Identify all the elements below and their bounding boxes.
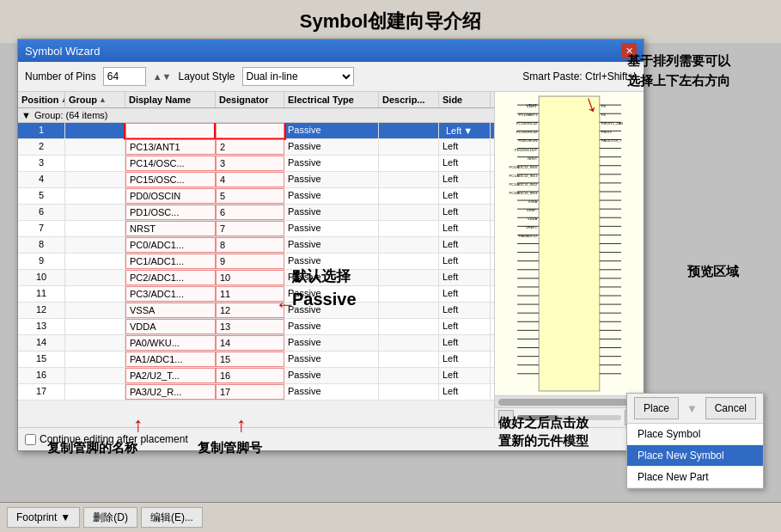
svg-text:PB5XY1_ZAB: PB5XY1_ZAB (601, 121, 624, 125)
table-row[interactable]: 16 PA2/U2_T... 16 Passive Left (18, 368, 494, 384)
smart-paste-label: Smart Paste: Ctrl+Shift+\ (522, 70, 637, 83)
sort-arrow-group[interactable]: ▲ (99, 95, 107, 104)
layout-style-label: Layout Style (178, 70, 235, 83)
layout-style-select[interactable]: Dual in-line (242, 67, 354, 86)
side-dropdown[interactable]: Left ▼ (442, 125, 486, 137)
preview-area: VBAT PC13/ANT1 PC14/OSC32 PC15/OSC32 PD0… (495, 92, 644, 427)
dropdown-arrow: ▼ (463, 125, 473, 136)
svg-text:NRST: NRST (528, 156, 537, 161)
dropdown-item-place-symbol[interactable]: Place Symbol (627, 424, 763, 445)
annotation-bottom-right: 做好之后点击放 置新的元件模型 (498, 395, 589, 449)
num-pins-label: Number of Pins (25, 70, 96, 83)
table-row[interactable]: 11 PC3/ADC1... 11 Passive Left (18, 286, 494, 303)
svg-text:PE: PE (601, 104, 607, 108)
svg-text:VBAT: VBAT (526, 103, 537, 108)
table-row[interactable]: 13 VDDA 13 Passive Left (18, 319, 494, 335)
th-position: Position ▲ (18, 92, 65, 107)
svg-text:PC14/OSC32: PC14/OSC32 (516, 121, 538, 125)
table-row[interactable]: 15 PA1/ADC1... 15 Passive Left (18, 352, 494, 368)
dialog-title: Symbol Wizard (25, 45, 100, 58)
cell-electype: Passive (284, 123, 379, 138)
symbol-wizard-dialog: Symbol Wizard ✕ Number of Pins ▲▼ Layout… (17, 39, 644, 451)
dropdown-divider: ▼ (683, 402, 701, 415)
annotation-bottom-left-col2: 复制管脚号 (198, 438, 262, 456)
table-body[interactable]: 1 VBAT 1 Passive Left ▼ 2 PC13/ANT1 2 (18, 123, 494, 427)
svg-text:VSSA: VSSA (528, 199, 537, 204)
page-background: Symbol创建向导介绍 (0, 0, 781, 43)
place-dropdown: Place ▼ Cancel Place Symbol Place New Sy… (626, 393, 764, 489)
table-row[interactable]: 1 VBAT 1 Passive Left ▼ (18, 123, 494, 139)
group-expand-icon[interactable]: ▼ (21, 110, 31, 120)
svg-text:PB5T1: PB5T1 (601, 130, 613, 134)
arrow-col1-up: ↑ (133, 413, 143, 437)
cell-side[interactable]: Left ▼ (439, 123, 491, 138)
bottom-toolbar: Footprint ▼ 删除(D) 编辑(E)... (0, 502, 781, 532)
cancel-button[interactable]: Cancel (705, 397, 756, 419)
svg-text:PC0/ADC12_IN10: PC0/ADC12_IN10 (509, 165, 538, 169)
svg-text:PD0/OSCIN: PD0/OSCIN (519, 138, 538, 143)
svg-text:PA0/ADC12: PA0/ADC12 (519, 234, 538, 238)
num-pins-input[interactable] (103, 67, 146, 86)
place-dropdown-header: Place ▼ Cancel (627, 394, 763, 424)
svg-text:PC2/ADC12_IN12: PC2/ADC12_IN12 (509, 182, 538, 187)
arrow-passive-left: ← (275, 292, 296, 316)
preview-canvas: VBAT PC13/ANT1 PC14/OSC32 PC15/OSC32 PD0… (495, 92, 644, 395)
svg-text:PD1/OSCOUT: PD1/OSCOUT (515, 148, 538, 152)
dialog-titlebar: Symbol Wizard ✕ (18, 40, 644, 62)
table-row[interactable]: 6 PD1/OSC... 6 Passive Left (18, 205, 494, 221)
num-pins-spinner[interactable]: ▲▼ (153, 71, 172, 82)
group-label: Group: (64 items) (34, 110, 108, 120)
table-area: Position ▲ Group ▲ Display Name Designat… (18, 92, 495, 427)
table-row[interactable]: 4 PC15/OSC... 4 Passive Left (18, 172, 494, 188)
th-group: Group ▲ (65, 92, 125, 107)
svg-text:PE: PE (601, 113, 607, 117)
svg-text:PC13/ANT1: PC13/ANT1 (519, 113, 538, 117)
svg-text:PC3/ADC12_IN13: PC3/ADC12_IN13 (509, 191, 538, 195)
dropdown-icon: ▼ (60, 511, 70, 523)
cell-dispname[interactable]: VBAT (125, 123, 216, 138)
arrow-col2-up: ↑ (236, 413, 247, 437)
svg-text:VDDA: VDDA (528, 217, 537, 221)
annotation-middle: 默认选择 Passive (292, 266, 357, 311)
page-title: Symbol创建向导介绍 (300, 9, 481, 34)
cell-pos: 1 (18, 123, 65, 138)
svg-text:PC1/ADC12_IN11: PC1/ADC12_IN11 (509, 174, 538, 178)
th-designator: Designator (216, 92, 284, 107)
table-row[interactable]: 3 PC14/OSC... 3 Passive Left (18, 156, 494, 172)
table-row[interactable]: 5 PD0/OSCIN 5 Passive Left (18, 188, 494, 205)
table-row[interactable]: 14 PA0/WKU... 14 Passive Left (18, 335, 494, 352)
th-display-name: Display Name (125, 92, 216, 107)
main-content: Position ▲ Group ▲ Display Name Designat… (18, 92, 644, 427)
table-row[interactable]: 9 PC1/ADC1... 9 Passive Left (18, 254, 494, 270)
annotation-top-right: 基于排列需要可以 选择上下左右方向 (627, 52, 730, 90)
group-header-row: ▼ Group: (64 items) (18, 108, 494, 123)
continue-editing-checkbox[interactable] (25, 434, 36, 445)
svg-rect-0 (539, 96, 600, 391)
table-row[interactable]: 7 NRST 7 Passive Left (18, 221, 494, 237)
table-row[interactable]: 17 PA3/U2_R... 17 Passive Left (18, 384, 494, 401)
th-description: Descrip... (379, 92, 439, 107)
th-electrical-type: Electrical Type (284, 92, 379, 107)
svg-text:PC15/OSC32: PC15/OSC32 (516, 130, 538, 134)
cell-group (65, 123, 125, 138)
th-side: Side (439, 92, 491, 107)
table-header: Position ▲ Group ▲ Display Name Designat… (18, 92, 494, 108)
svg-text:VREF-: VREF- (527, 208, 538, 212)
footprint-button[interactable]: Footprint ▼ (7, 507, 80, 528)
place-button[interactable]: Place (634, 397, 679, 419)
table-row[interactable]: 2 PC13/ANT1 2 Passive Left (18, 139, 494, 156)
table-row[interactable]: 8 PC0/ADC1... 8 Passive Left (18, 237, 494, 254)
annotation-preview: 预览区域 (687, 262, 739, 280)
table-row[interactable]: 12 VSSA 12 Passive Left (18, 303, 494, 319)
chip-svg: VBAT PC13/ANT1 PC14/OSC32 PC15/OSC32 PD0… (495, 92, 644, 395)
table-row[interactable]: 10 PC2/ADC1... 10 Passive Left (18, 270, 494, 286)
controls-row: Number of Pins ▲▼ Layout Style Dual in-l… (18, 62, 644, 92)
cell-designator[interactable]: 1 (216, 123, 284, 138)
dropdown-item-place-new-symbol[interactable]: Place New Symbol (627, 445, 763, 467)
edit-button[interactable]: 编辑(E)... (141, 507, 203, 528)
svg-text:PA15/JTDI_T: PA15/JTDI_T (601, 138, 622, 143)
dropdown-item-place-new-part[interactable]: Place New Part (627, 467, 763, 488)
delete-button[interactable]: 删除(D) (83, 507, 137, 528)
annotation-bottom-left-col1: 复制管脚的名称 (47, 438, 137, 456)
cell-descrip (379, 123, 439, 138)
